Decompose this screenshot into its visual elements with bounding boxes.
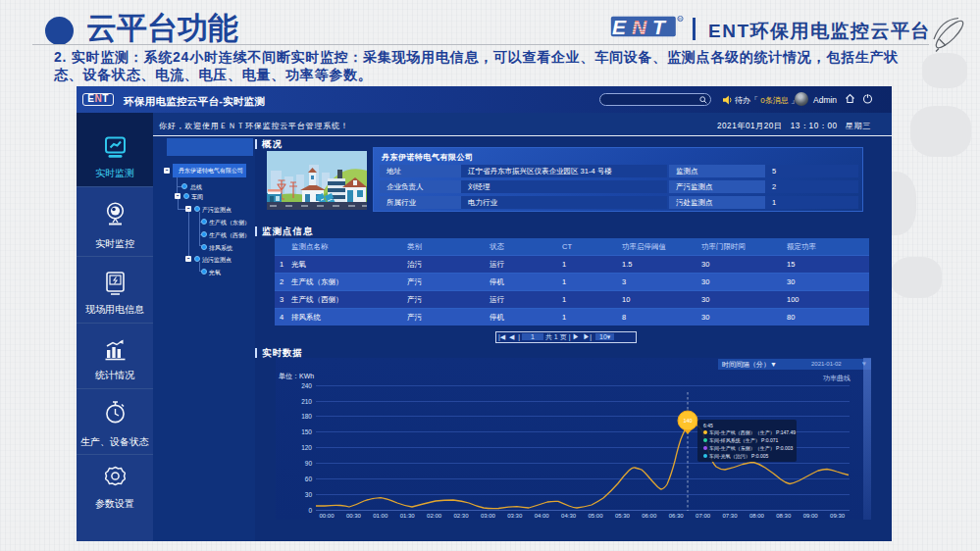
svg-text:140: 140	[683, 418, 692, 424]
svg-text:E: E	[612, 16, 627, 38]
svg-text:N: N	[632, 16, 647, 38]
svg-text:T: T	[652, 16, 667, 38]
svg-text:R: R	[679, 17, 682, 22]
